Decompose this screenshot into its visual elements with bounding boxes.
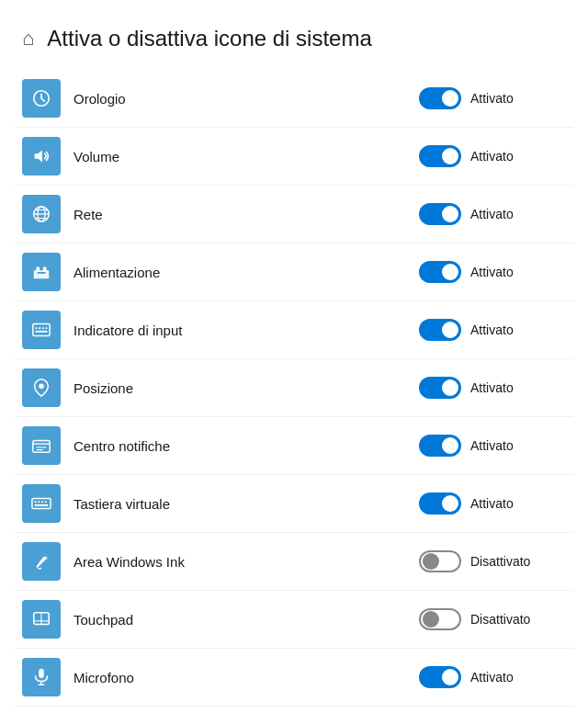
item-label-alimentazione: Alimentazione [74, 265, 419, 280]
item-row-area-windows-ink: Area Windows InkDisattivato [15, 533, 573, 591]
svg-rect-18 [33, 441, 50, 453]
item-row-touchpad: TouchpadDisattivato [15, 591, 573, 649]
volume-icon-box [22, 137, 61, 175]
power-icon-box [22, 253, 61, 291]
item-label-tastiera-virtuale: Tastiera virtuale [74, 496, 419, 512]
item-label-posizione: Posizione [74, 380, 419, 396]
toggle-rete[interactable] [419, 203, 461, 225]
svg-point-28 [44, 557, 48, 560]
svg-rect-23 [35, 501, 37, 503]
toggle-area-indicatore-di-input: Attivato [419, 319, 566, 341]
toggle-orologio[interactable] [419, 87, 461, 109]
item-row-alimentazione: AlimentazioneAttivato [15, 243, 573, 301]
item-row-tastiera-virtuale: Tastiera virtualeAttivato [15, 475, 573, 533]
toggle-label-microfono: Attivato [470, 670, 544, 685]
item-label-microfono: Microfono [74, 670, 419, 685]
toggle-label-posizione: Attivato [470, 380, 544, 395]
svg-rect-7 [34, 270, 50, 278]
svg-rect-32 [39, 669, 44, 678]
item-row-indicatore-di-input: Indicatore di inputAttivato [15, 301, 573, 359]
item-row-microfono: MicrofonoAttivato [15, 649, 573, 707]
network-icon-box [22, 195, 61, 233]
toggle-knob-rete [442, 206, 458, 222]
toggle-label-orologio: Attivato [470, 91, 544, 106]
notification-icon-box [22, 426, 61, 465]
item-label-area-windows-ink: Area Windows Ink [74, 554, 419, 570]
toggle-label-centro-notifiche: Attivato [470, 438, 544, 453]
toggle-indicatore-di-input[interactable] [419, 319, 461, 341]
toggle-microfono[interactable] [419, 666, 461, 688]
toggle-knob-microfono [442, 669, 458, 685]
svg-rect-12 [36, 327, 38, 329]
keyboard-icon-box [22, 484, 61, 523]
toggle-label-touchpad: Disattivato [470, 612, 544, 627]
item-row-rete: ReteAttivato [15, 186, 573, 243]
location-icon-box [22, 368, 61, 407]
svg-rect-27 [35, 504, 49, 506]
toggle-knob-indicatore-di-input [442, 322, 458, 338]
toggle-label-area-windows-ink: Disattivato [470, 554, 544, 569]
page-title: Attiva o disattiva icone di sistema [47, 26, 372, 51]
svg-rect-14 [42, 327, 44, 329]
touchpad-icon-box [22, 600, 61, 639]
toggle-touchpad[interactable] [419, 608, 461, 630]
svg-rect-26 [45, 501, 47, 503]
toggle-area-volume: Attivato [419, 145, 566, 167]
toggle-area-alimentazione: Attivato [419, 261, 566, 283]
svg-rect-8 [37, 267, 40, 273]
items-list: OrologioAttivatoVolumeAttivatoReteAttiva… [0, 70, 588, 707]
toggle-centro-notifiche[interactable] [419, 435, 461, 457]
toggle-alimentazione[interactable] [419, 261, 461, 283]
toggle-knob-centro-notifiche [442, 437, 458, 454]
svg-rect-11 [33, 324, 50, 336]
toggle-area-orologio: Attivato [419, 87, 566, 109]
item-row-volume: VolumeAttivato [15, 128, 573, 186]
toggle-area-centro-notifiche: Attivato [419, 435, 566, 457]
toggle-label-indicatore-di-input: Attivato [470, 323, 544, 337]
svg-rect-13 [39, 327, 40, 329]
toggle-area-posizione: Attivato [419, 377, 566, 399]
input-icon-box [22, 311, 61, 349]
item-label-orologio: Orologio [74, 91, 419, 107]
svg-rect-22 [32, 499, 51, 509]
svg-rect-15 [46, 327, 48, 329]
microphone-icon-box [22, 658, 61, 696]
toggle-label-rete: Attivato [470, 207, 544, 221]
item-label-rete: Rete [74, 207, 419, 222]
svg-point-17 [39, 383, 44, 389]
item-label-indicatore-di-input: Indicatore di input [74, 323, 419, 338]
item-label-volume: Volume [74, 149, 419, 164]
toggle-posizione[interactable] [419, 377, 461, 399]
svg-rect-16 [36, 331, 48, 333]
svg-marker-1 [35, 151, 42, 163]
svg-rect-9 [43, 267, 47, 273]
item-row-centro-notifiche: Centro notificheAttivato [15, 417, 573, 475]
toggle-area-area-windows-ink: Disattivato [419, 550, 566, 572]
toggle-label-volume: Attivato [470, 149, 544, 164]
toggle-knob-volume [442, 148, 458, 164]
home-icon[interactable]: ⌂ [22, 27, 34, 51]
ink-icon-box [22, 542, 61, 581]
toggle-knob-tastiera-virtuale [442, 495, 458, 512]
toggle-volume[interactable] [419, 145, 461, 167]
toggle-area-touchpad: Disattivato [419, 608, 566, 630]
svg-rect-10 [37, 272, 45, 274]
item-row-orologio: OrologioAttivato [15, 70, 573, 128]
toggle-label-alimentazione: Attivato [470, 265, 544, 279]
toggle-area-windows-ink[interactable] [419, 550, 461, 572]
toggle-tastiera-virtuale[interactable] [419, 492, 461, 515]
toggle-area-rete: Attivato [419, 203, 566, 225]
item-label-touchpad: Touchpad [74, 612, 419, 628]
toggle-label-tastiera-virtuale: Attivato [470, 496, 544, 511]
svg-rect-24 [38, 501, 40, 503]
item-row-posizione: PosizioneAttivato [15, 359, 573, 417]
toggle-area-tastiera-virtuale: Attivato [419, 492, 566, 515]
toggle-knob-area-windows-ink [423, 553, 439, 570]
clock-icon-box [22, 79, 61, 118]
svg-rect-25 [41, 501, 43, 503]
toggle-area-microfono: Attivato [419, 666, 566, 688]
item-label-centro-notifiche: Centro notifiche [74, 438, 419, 454]
toggle-knob-touchpad [423, 611, 439, 628]
toggle-knob-posizione [442, 379, 458, 396]
toggle-knob-orologio [442, 90, 458, 107]
